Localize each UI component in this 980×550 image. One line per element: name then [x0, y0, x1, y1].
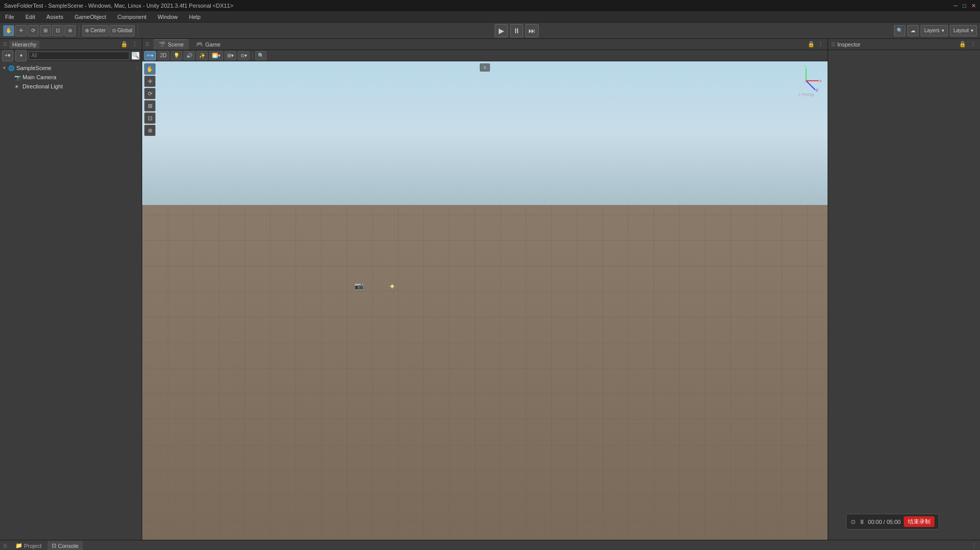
- hierarchy-item-maincamera[interactable]: 📷 Main Camera: [0, 73, 142, 82]
- scale-tool-button[interactable]: ⊞: [40, 25, 51, 36]
- svg-text:Y: Y: [804, 65, 807, 68]
- scene-gizmos-button[interactable]: ⊙▾: [238, 51, 250, 60]
- recording-time: 00:00 / 05:00: [868, 519, 901, 525]
- sky-background: [142, 61, 828, 205]
- scene-game-tabs: ☰ 🎬 Scene 🎮 Game 🔒 ⋮: [142, 39, 828, 50]
- rotate-scene-tool[interactable]: ⟳: [144, 88, 155, 99]
- hierarchy-add-button[interactable]: +▾: [2, 50, 13, 61]
- window-controls[interactable]: ─ □ ✕: [954, 3, 976, 9]
- maximize-button[interactable]: □: [963, 3, 966, 9]
- scene-viewport[interactable]: ✋ ✛ ⟳ ⊞ ⊡ ⊛ 📷 ✦ X Y: [142, 61, 828, 540]
- scene-draw-mode-button[interactable]: ✏▾: [144, 51, 156, 60]
- menu-help[interactable]: Help: [187, 13, 203, 21]
- search-toolbar-button[interactable]: 🔍: [894, 25, 905, 36]
- inspector-right-icons: 🔒 ⋮: [959, 40, 977, 49]
- scene-more-icon[interactable]: ⋮: [816, 40, 825, 49]
- rotate-tool-button[interactable]: ⟳: [28, 25, 39, 36]
- recording-pause-button[interactable]: ⏸: [859, 518, 865, 525]
- hierarchy-search-icon[interactable]: 🔍: [131, 52, 140, 60]
- hierarchy-item-directionallight[interactable]: ☀ Directional Light: [0, 82, 142, 91]
- scene-orientation-gizmo[interactable]: X Y Z < Persp: [791, 65, 821, 96]
- hierarchy-more-icon[interactable]: ⋮: [130, 40, 139, 49]
- scene-drag-icon: ☰: [145, 42, 149, 47]
- inspector-more-icon[interactable]: ⋮: [969, 40, 977, 49]
- recording-widget: ⊙ ⏸ 00:00 / 05:00 结束录制: [846, 514, 939, 530]
- hierarchy-panel-icons: 🔒 ⋮: [120, 40, 139, 49]
- project-tab-icon: 📁: [15, 542, 23, 549]
- pause-button[interactable]: ⏸: [510, 24, 523, 37]
- console-tab[interactable]: ⊡ Console: [48, 541, 82, 551]
- playback-controls: ▶ ⏸ ⏭: [495, 24, 539, 37]
- svg-text:X: X: [819, 79, 821, 83]
- left-tool-panel: ✋ ✛ ⟳ ⊞ ⊡ ⊛: [144, 63, 155, 136]
- directionallight-label: Directional Light: [23, 83, 63, 89]
- move-tool-button[interactable]: ✛: [15, 25, 27, 36]
- scene-light-button[interactable]: 💡: [171, 51, 182, 60]
- recording-stop-button[interactable]: 结束录制: [904, 516, 934, 527]
- menu-edit[interactable]: Edit: [24, 13, 37, 21]
- scene-audio-button[interactable]: 🔊: [184, 51, 195, 60]
- hierarchy-panel: ☰ Hierarchy 🔒 ⋮ +▾ ▾ 🔍 ▼ 🌐 SampleScene ⋮: [0, 39, 142, 540]
- menu-assets[interactable]: Assets: [44, 13, 65, 21]
- separator: [252, 52, 253, 59]
- main-toolbar: ✋ ✛ ⟳ ⊞ ⊡ ⊛ ⊕ Center ⊙ Global ▶ ⏸ ⏭ 🔍 ☁ …: [0, 22, 980, 39]
- menu-file[interactable]: File: [3, 13, 16, 21]
- pivot-button[interactable]: ⊕ Center: [82, 25, 108, 36]
- inspector-lock-icon[interactable]: 🔒: [959, 40, 967, 49]
- hand-tool-button[interactable]: ✋: [3, 25, 14, 36]
- hierarchy-filter-button[interactable]: ▾: [15, 50, 27, 61]
- menu-window[interactable]: Window: [155, 13, 180, 21]
- play-button[interactable]: ▶: [495, 24, 508, 37]
- game-tab-icon: 🎮: [196, 41, 203, 48]
- scene-grid-button[interactable]: ⊞▾: [225, 51, 236, 60]
- custom-scene-tool[interactable]: ⊛: [144, 125, 155, 136]
- scene-search-button[interactable]: 🔍: [255, 51, 266, 60]
- transform-tool-button[interactable]: ⊛: [64, 25, 76, 36]
- minimize-button[interactable]: ─: [954, 3, 958, 9]
- scene-skybox-button[interactable]: 🌅▾: [209, 51, 223, 60]
- hand-scene-tool[interactable]: ✋: [144, 63, 155, 75]
- hierarchy-tab[interactable]: Hierarchy: [9, 40, 39, 49]
- recording-icon[interactable]: ⊙: [851, 518, 856, 525]
- menu-bar: File Edit Assets GameObject Component Wi…: [0, 11, 980, 22]
- scene-2d-button[interactable]: 2D: [158, 51, 169, 60]
- main-camera-object[interactable]: 📷: [354, 282, 363, 290]
- menu-gameobject[interactable]: GameObject: [73, 13, 108, 21]
- rect-scene-tool[interactable]: ⊡: [144, 112, 155, 124]
- move-scene-tool[interactable]: ✛: [144, 76, 155, 87]
- inspector-tab: Inspector: [837, 41, 860, 48]
- layers-dropdown[interactable]: Layers ▾: [921, 25, 948, 36]
- step-button[interactable]: ⏭: [525, 24, 539, 37]
- hierarchy-toolbar: +▾ ▾ 🔍: [0, 50, 142, 61]
- cloud-button[interactable]: ☁: [907, 25, 919, 36]
- rect-tool-button[interactable]: ⊡: [52, 25, 63, 36]
- game-tab[interactable]: 🎮 Game: [191, 39, 226, 50]
- console-tab-label: Console: [58, 543, 78, 549]
- persp-label: < Persp: [791, 92, 821, 97]
- menu-component[interactable]: Component: [115, 13, 148, 21]
- center-area: ☰ 🎬 Scene 🎮 Game 🔒 ⋮ ✏▾ 2D 💡 🔊 ✨ 🌅▾ ⊞▾ ⊙…: [142, 39, 828, 540]
- console-tab-icon: ⊡: [52, 542, 56, 549]
- layout-dropdown[interactable]: Layout ▾: [950, 25, 977, 36]
- hierarchy-lock-icon[interactable]: 🔒: [120, 40, 128, 49]
- scene-tab[interactable]: 🎬 Scene: [153, 39, 189, 50]
- project-tab-label: Project: [24, 543, 41, 549]
- hierarchy-item-samplescene[interactable]: ▼ 🌐 SampleScene ⋮: [0, 63, 142, 73]
- scene-hamburger-button[interactable]: ≡: [480, 63, 490, 72]
- directional-light-object[interactable]: ✦: [389, 282, 395, 291]
- hierarchy-header: ☰ Hierarchy 🔒 ⋮: [0, 39, 142, 50]
- transform-tools-group: ✋ ✛ ⟳ ⊞ ⊡ ⊛: [3, 25, 79, 36]
- hierarchy-content: ▼ 🌐 SampleScene ⋮ 📷 Main Camera ☀ Direct…: [0, 61, 142, 540]
- bottom-more-icon[interactable]: ⋮: [971, 542, 977, 549]
- scale-scene-tool[interactable]: ⊞: [144, 100, 155, 111]
- project-tab[interactable]: 📁 Project: [11, 541, 46, 551]
- bottom-panel-tabs: ☰ 📁 Project ⊡ Console ⋮: [0, 540, 980, 550]
- scene-lock-icon[interactable]: 🔒: [807, 40, 815, 49]
- close-button[interactable]: ✕: [971, 3, 976, 9]
- title-text: SaveFolderTest - SampleScene - Windows, …: [4, 3, 233, 9]
- global-button[interactable]: ⊙ Global: [109, 25, 135, 36]
- scene-fx-button[interactable]: ✨: [196, 51, 208, 60]
- hierarchy-search-input[interactable]: [29, 52, 129, 60]
- scene-opts-icon[interactable]: ⋮: [135, 65, 140, 71]
- svg-line-5: [806, 81, 815, 90]
